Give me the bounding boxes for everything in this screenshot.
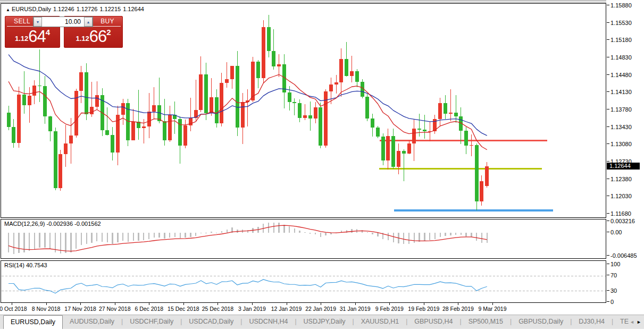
time-axis-label: 27 Nov 2018 [99, 306, 131, 312]
time-axis-label: 25 Dec 2018 [202, 306, 234, 312]
time-axis-tick [218, 303, 218, 305]
time-axis-label: 28 Feb 2019 [442, 306, 474, 312]
time-axis-label: 8 Nov 2018 [32, 306, 61, 312]
chart-tab-usdchf-daily[interactable]: USDCHF,Daily [123, 315, 180, 329]
price-axis[interactable]: 1.158801.155301.151801.148301.144801.141… [606, 0, 644, 314]
chart-tab-usdjpy-daily[interactable]: USDJPY,Daily [297, 315, 353, 329]
chart-tab-gbpusd-h4[interactable]: GBPUSD,H4 [407, 315, 459, 329]
macd-panel[interactable]: MACD(12,26,9) -0.002936 -0.001562 [1, 219, 606, 259]
chart-tab-tech100-h1[interactable]: TECH100,H1 [613, 315, 629, 329]
time-axis-tick [80, 303, 81, 305]
current-price-badge: 1.12644 [607, 163, 640, 170]
chart-tabs: EURUSD,DailyAUDUSD,Daily|USDCHF,Daily|US… [0, 315, 629, 329]
sell-button[interactable]: SELL [14, 18, 30, 25]
chart-tab-gbpusd-daily[interactable]: GBPUSD,Daily [512, 315, 570, 329]
ohlc-close: 1.12644 [123, 6, 144, 12]
trading-terminal-window: ▲EURUSD,Daily1.122461.127261.122151.1264… [0, 0, 644, 330]
tab-scroll-right-icon[interactable]: ► [637, 315, 641, 329]
time-axis-tick [12, 303, 12, 305]
time-axis-label: 6 Dec 2018 [135, 306, 163, 312]
time-axis-label: 3 Jan 2019 [238, 306, 266, 312]
time-axis-tick [355, 303, 356, 305]
ohlc-low: 1.12215 [99, 6, 121, 12]
time-axis-tick [492, 303, 493, 305]
price-axis-tick: 1.12030 [610, 193, 632, 199]
time-axis-label: 9 Mar 2019 [478, 306, 506, 312]
time-axis-tick [424, 303, 424, 305]
time-axis-tick [321, 303, 321, 305]
ohlc-high: 1.12726 [77, 6, 98, 12]
symbol-collapse-icon[interactable]: ▲ [6, 7, 10, 12]
price-axis-tick: 70 [610, 272, 617, 278]
time-axis-label: 22 Jan 2019 [305, 306, 336, 312]
buy-price: 1.12662 [64, 27, 123, 46]
price-axis-tick: 1.13780 [610, 106, 632, 113]
rsi-panel[interactable]: RSI(14) 40.7543 [1, 260, 606, 303]
price-axis-tick: 1.15530 [610, 20, 632, 26]
chart-tab-eurusd-daily[interactable]: EURUSD,Daily [3, 315, 63, 329]
time-axis-label: 12 Jan 2019 [271, 306, 302, 312]
symbol-info-line: ▲EURUSD,Daily1.122461.127261.122151.1264… [6, 6, 146, 12]
time-axis-tick [389, 303, 390, 305]
price-axis-tick: 1.14830 [610, 54, 632, 61]
price-axis-tick: -0.006485 [610, 252, 637, 259]
price-axis-tick: 0 [610, 299, 614, 305]
one-click-trading-widget: SELL 1.12644 BUY 1.12662 ▼ ▲ [5, 16, 123, 48]
volume-decrease-button[interactable]: ▼ [34, 17, 42, 27]
price-axis-tick: 1.13430 [610, 124, 632, 130]
time-axis-label: 30 Oct 2018 [0, 306, 27, 312]
chart-tab-usdcnh-h4[interactable]: USDCNH,H4 [242, 315, 295, 329]
macd-label: MACD(12,26,9) -0.002936 -0.001562 [4, 221, 101, 227]
volume-increase-button[interactable]: ▲ [84, 17, 93, 27]
main-chart-panel[interactable]: ▲EURUSD,Daily1.122461.127261.122151.1264… [1, 3, 606, 218]
sell-price: 1.12644 [5, 27, 60, 46]
volume-input[interactable] [42, 17, 84, 27]
time-axis-label: 17 Nov 2018 [64, 306, 96, 312]
time-axis-tick [252, 303, 253, 305]
price-axis-tick: 1.11680 [610, 210, 631, 217]
price-axis-tick: 1.12380 [610, 176, 632, 182]
time-axis-label: 31 Jan 2019 [340, 306, 371, 312]
symbol-name: EURUSD,Daily [12, 6, 51, 12]
time-axis[interactable]: 30 Oct 20188 Nov 201817 Nov 201827 Nov 2… [0, 303, 606, 315]
time-axis-tick [115, 303, 115, 305]
price-axis-tick: 1.14130 [610, 89, 632, 95]
ohlc-open: 1.12246 [53, 6, 74, 12]
chart-tab-sp500-m15[interactable]: SP500,M15 [462, 315, 510, 329]
time-axis-tick [287, 303, 287, 305]
time-axis-label: 15 Dec 2018 [168, 306, 199, 312]
chart-tab-usdcad-daily[interactable]: USDCAD,Daily [182, 315, 240, 329]
time-axis-label: 19 Feb 2019 [408, 306, 439, 312]
price-axis-tick: 1.15880 [610, 2, 632, 9]
volume-spinner: ▼ ▲ [33, 16, 93, 27]
rsi-label: RSI(14) 40.7543 [4, 262, 47, 268]
time-axis-tick [46, 303, 47, 305]
chart-tab-audusd-daily[interactable]: AUDUSD,Daily [63, 315, 121, 329]
chart-tab-xauusd-h1[interactable]: XAUUSD,H1 [354, 315, 406, 329]
price-axis-tick: 0.003216 [610, 218, 635, 224]
price-axis-tick: 0.00 [610, 229, 622, 235]
price-axis-tick: 100 [610, 261, 620, 267]
chart-tab-dj30-h4[interactable]: DJ30,H4 [572, 315, 612, 329]
time-axis-label: 9 Feb 2019 [375, 306, 404, 312]
price-axis-tick: 1.13080 [610, 141, 632, 147]
chart-tab-bar: EURUSD,DailyAUDUSD,Daily|USDCHF,Daily|US… [0, 315, 644, 329]
buy-button[interactable]: BUY [101, 18, 114, 25]
price-axis-tick: 30 [610, 287, 617, 294]
tab-scroll-left-icon[interactable]: ◄ [630, 315, 634, 329]
rsi-chart [1, 261, 606, 302]
time-axis-tick [149, 303, 149, 305]
time-axis-tick [183, 303, 184, 305]
time-axis-tick [458, 303, 458, 305]
price-axis-tick: 1.15180 [610, 37, 632, 43]
price-axis-tick: 1.14480 [610, 72, 632, 78]
